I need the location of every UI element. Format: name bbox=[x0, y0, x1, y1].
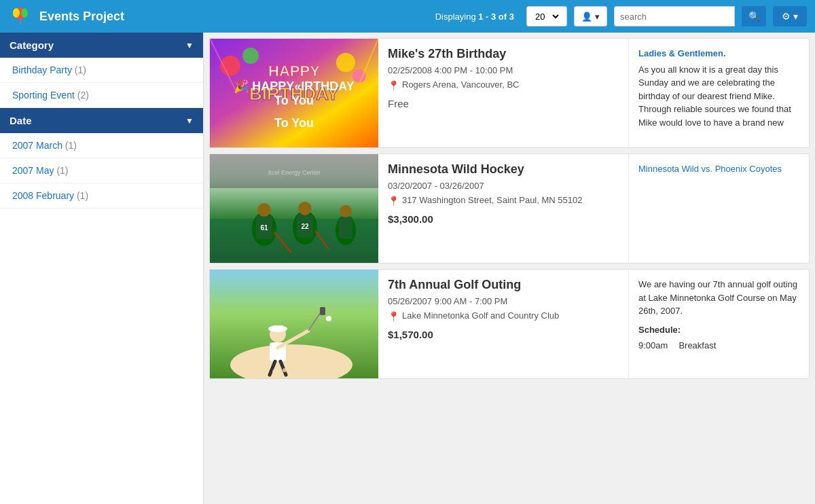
svg-line-13 bbox=[352, 39, 378, 100]
event-info-golf: 7th Annual Golf Outing 05/26/2007 9:00 A… bbox=[378, 270, 629, 378]
search-input[interactable] bbox=[620, 12, 729, 22]
event-price-birthday: Free bbox=[388, 98, 619, 109]
app-logo bbox=[8, 4, 33, 29]
date-2007-march-link[interactable]: 2007 March (1) bbox=[12, 140, 77, 151]
event-image-hockey: 61 22 Xcel Energy Center bbox=[210, 154, 378, 263]
person-icon: 👤 bbox=[581, 12, 592, 22]
dropdown-arrow-icon: ▾ bbox=[595, 12, 600, 22]
location-pin-icon: 📍 bbox=[388, 80, 399, 91]
sidebar: Category ▼ Birthday Party (1) Sporting E… bbox=[0, 33, 204, 504]
gear-icon: ⚙ bbox=[782, 11, 791, 22]
svg-point-44 bbox=[272, 370, 276, 374]
sidebar-item-sporting-event[interactable]: Sporting Event (2) bbox=[0, 83, 203, 108]
category-section-header[interactable]: Category ▼ bbox=[0, 33, 203, 58]
event-desc-body-birthday: As you all know it is a great day this S… bbox=[638, 63, 799, 130]
settings-arrow-icon: ▾ bbox=[793, 11, 798, 22]
event-image-birthday: HAPPY BIRTHDAY To You bbox=[210, 39, 378, 147]
location-pin-icon-2: 📍 bbox=[388, 196, 399, 206]
svg-point-2 bbox=[21, 8, 28, 18]
per-page-select[interactable]: 20 10 50 100 bbox=[532, 11, 561, 22]
search-button[interactable]: 🔍 bbox=[742, 6, 766, 26]
event-title-golf[interactable]: 7th Annual Golf Outing bbox=[388, 278, 619, 292]
settings-button[interactable]: ⚙ ▾ bbox=[773, 6, 807, 26]
event-title-hockey[interactable]: Minnesota Wild Hockey bbox=[388, 162, 619, 177]
svg-text:To You: To You bbox=[274, 116, 314, 130]
svg-point-18 bbox=[257, 203, 271, 217]
event-location-hockey: 📍 317 Washington Street, Saint Paul, MN … bbox=[388, 195, 619, 206]
event-card-hockey: 61 22 Xcel Energy Center Minnesota Wild … bbox=[209, 154, 810, 264]
sidebar-item-2007-march[interactable]: 2007 March (1) bbox=[0, 133, 203, 158]
date-2007-may-link[interactable]: 2007 May (1) bbox=[12, 165, 69, 176]
search-box bbox=[614, 6, 735, 26]
svg-text:22: 22 bbox=[301, 223, 309, 230]
date-section-header[interactable]: Date ▼ bbox=[0, 108, 203, 133]
schedule-event-golf: Breakfast bbox=[678, 339, 716, 353]
view-mode-button[interactable]: 👤 ▾ bbox=[574, 6, 607, 26]
svg-point-43 bbox=[292, 365, 297, 371]
schedule-row-golf: 9:00am Breakfast bbox=[638, 339, 799, 353]
app-title: Events Project bbox=[39, 10, 429, 24]
svg-point-45 bbox=[326, 316, 331, 321]
svg-text:HAPPY: HAPPY bbox=[268, 62, 320, 79]
schedule-time-golf: 9:00am bbox=[638, 339, 668, 353]
category-sporting-link[interactable]: Sporting Event (2) bbox=[12, 90, 89, 101]
per-page-selector[interactable]: 20 10 50 100 bbox=[526, 6, 567, 26]
svg-point-7 bbox=[336, 53, 355, 72]
category-label: Category bbox=[10, 39, 54, 51]
date-2008-feb-link[interactable]: 2008 February (1) bbox=[12, 190, 88, 201]
schedule-label-golf: Schedule: bbox=[638, 323, 799, 337]
location-pin-icon-3: 📍 bbox=[388, 311, 399, 322]
svg-point-5 bbox=[220, 56, 240, 76]
svg-point-21 bbox=[298, 202, 312, 215]
event-card-birthday: HAPPY BIRTHDAY To You Mike's 27th Birthd… bbox=[209, 38, 810, 148]
category-birthday-link[interactable]: Birthday Party (1) bbox=[12, 65, 86, 75]
event-description-golf: We are having our 7th annual golf outing… bbox=[629, 270, 809, 378]
event-location-birthday: 📍 Rogers Arena, Vancouver, BC bbox=[388, 79, 619, 91]
svg-line-12 bbox=[210, 39, 237, 93]
svg-point-8 bbox=[352, 69, 366, 83]
event-date-birthday: 02/25/2008 4:00 PM - 10:00 PM bbox=[388, 65, 619, 75]
svg-rect-35 bbox=[273, 325, 283, 331]
event-price-golf: $1,570.00 bbox=[388, 329, 619, 340]
event-info-birthday: Mike's 27th Birthday 02/25/2008 4:00 PM … bbox=[378, 39, 629, 147]
svg-point-24 bbox=[340, 205, 352, 217]
event-desc-header-birthday: Ladies & Gentlemen. bbox=[638, 47, 799, 60]
event-price-hockey: $3,300.00 bbox=[388, 213, 619, 225]
date-label: Date bbox=[10, 115, 32, 126]
svg-point-6 bbox=[242, 48, 259, 64]
main-content: HAPPY BIRTHDAY To You Mike's 27th Birthd… bbox=[204, 33, 815, 504]
event-card-golf: 7th Annual Golf Outing 05/26/2007 9:00 A… bbox=[209, 269, 810, 379]
event-info-hockey: Minnesota Wild Hockey 03/20/2007 - 03/26… bbox=[378, 154, 629, 263]
event-location-golf: 📍 Lake Minnetonka Golf and Country Club bbox=[388, 310, 619, 322]
event-desc-body-hockey: Minnesota Wild vs. Phoenix Coyotes bbox=[638, 162, 799, 176]
date-arrow-icon: ▼ bbox=[185, 116, 194, 126]
app-header: Events Project Displaying 1 - 3 of 3 20 … bbox=[0, 0, 815, 33]
event-date-golf: 05/26/2007 9:00 AM - 7:00 PM bbox=[388, 296, 619, 306]
svg-point-42 bbox=[283, 368, 287, 372]
svg-rect-39 bbox=[320, 307, 325, 315]
category-arrow-icon: ▼ bbox=[185, 41, 194, 50]
svg-rect-23 bbox=[339, 217, 352, 238]
svg-text:Xcel Energy Center: Xcel Energy Center bbox=[268, 169, 321, 176]
event-image-golf bbox=[210, 270, 378, 378]
svg-rect-4 bbox=[210, 39, 378, 147]
event-title-birthday[interactable]: Mike's 27th Birthday bbox=[388, 47, 619, 61]
sidebar-item-2008-february[interactable]: 2008 February (1) bbox=[0, 183, 203, 209]
svg-point-1 bbox=[13, 8, 20, 18]
display-count: Displaying 1 - 3 of 3 bbox=[435, 12, 514, 22]
svg-text:61: 61 bbox=[260, 224, 268, 232]
event-desc-body-golf: We are having our 7th annual golf outing… bbox=[638, 278, 799, 318]
sidebar-item-birthday-party[interactable]: Birthday Party (1) bbox=[0, 58, 203, 83]
svg-text:BIRTHDAY: BIRTHDAY bbox=[249, 84, 339, 104]
sidebar-item-2007-may[interactable]: 2007 May (1) bbox=[0, 158, 203, 183]
search-icon: 🔍 bbox=[748, 11, 760, 22]
event-date-hockey: 03/20/2007 - 03/26/2007 bbox=[388, 181, 619, 191]
event-description-birthday: Ladies & Gentlemen. As you all know it i… bbox=[629, 39, 809, 147]
event-description-hockey: Minnesota Wild vs. Phoenix Coyotes bbox=[629, 154, 809, 263]
